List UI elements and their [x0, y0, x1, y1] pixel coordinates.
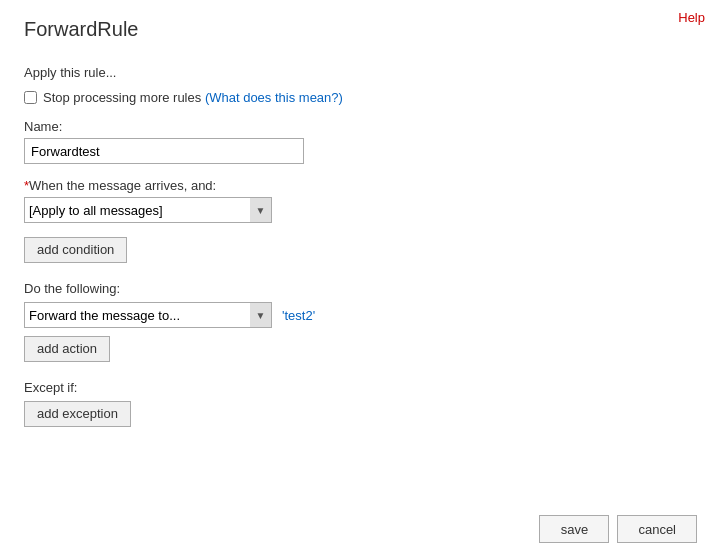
forward-target-link[interactable]: 'test2': [282, 308, 315, 323]
condition-select-wrapper: [Apply to all messages] ▼: [24, 197, 272, 223]
cancel-button[interactable]: cancel: [617, 515, 697, 543]
add-condition-button[interactable]: add condition: [24, 237, 127, 263]
apply-rule-label: Apply this rule...: [24, 65, 697, 80]
stop-processing-row: Stop processing more rules (What does th…: [24, 90, 697, 105]
help-link[interactable]: Help: [678, 10, 705, 25]
page-title: ForwardRule: [24, 18, 138, 41]
action-select[interactable]: Forward the message to...: [24, 302, 272, 328]
add-action-button[interactable]: add action: [24, 336, 110, 362]
page-container: Help ForwardRule Apply this rule... Stop…: [0, 0, 721, 555]
stop-processing-checkbox[interactable]: [24, 91, 37, 104]
stop-processing-label: Stop processing more rules (What does th…: [43, 90, 343, 105]
when-label: *When the message arrives, and:: [24, 178, 697, 193]
except-section: Except if: add exception: [24, 380, 697, 427]
condition-select[interactable]: [Apply to all messages]: [24, 197, 272, 223]
except-if-label: Except if:: [24, 380, 697, 395]
name-label: Name:: [24, 119, 697, 134]
footer: save cancel: [0, 503, 721, 555]
what-does-this-mean-link[interactable]: (What does this mean?): [205, 90, 343, 105]
main-content: Apply this rule... Stop processing more …: [24, 65, 697, 495]
add-exception-button[interactable]: add exception: [24, 401, 131, 427]
condition-row: [Apply to all messages] ▼: [24, 197, 697, 223]
save-button[interactable]: save: [539, 515, 609, 543]
action-row: Forward the message to... ▼ 'test2': [24, 302, 697, 328]
action-select-wrapper: Forward the message to... ▼: [24, 302, 272, 328]
name-input[interactable]: [24, 138, 304, 164]
do-following-label: Do the following:: [24, 281, 697, 296]
